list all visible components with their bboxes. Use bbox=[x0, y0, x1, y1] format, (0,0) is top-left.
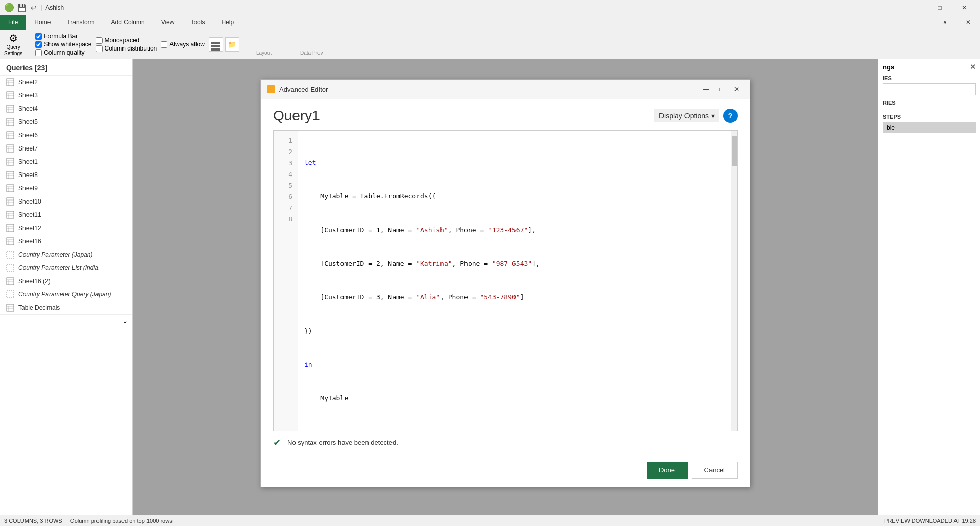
sidebar-header: Queries [23] bbox=[0, 59, 132, 76]
line-number: 4 bbox=[274, 168, 298, 180]
dialog-title-icon bbox=[267, 85, 275, 93]
applied-step-item[interactable]: ble bbox=[883, 122, 976, 133]
tab-file[interactable]: File bbox=[0, 15, 26, 30]
query-settings-group: ⚙ QuerySettings bbox=[4, 32, 27, 57]
applied-steps-section-label: STEPS bbox=[883, 114, 976, 120]
display-options-label: Display Options bbox=[659, 112, 709, 120]
syntax-status: ✔ No syntax errors have been detected. bbox=[273, 437, 738, 447]
monospaced-input[interactable] bbox=[96, 37, 103, 44]
string: "987-6543" bbox=[492, 258, 532, 269]
grid-view-button[interactable] bbox=[209, 37, 223, 52]
right-panel: ngs ✕ IES ries STEPS ble bbox=[878, 59, 980, 515]
code-content[interactable]: let MyTable = Table.FromRecords({ [Custo… bbox=[298, 131, 731, 431]
data-preview-label: Data Prev bbox=[300, 50, 323, 57]
list-item[interactable]: Sheet7 bbox=[0, 142, 132, 155]
list-item[interactable]: Sheet3 bbox=[0, 89, 132, 102]
dialog-minimize-button[interactable]: — bbox=[699, 84, 713, 95]
line-number: 6 bbox=[274, 191, 298, 202]
sheet-icon bbox=[6, 78, 14, 86]
list-item[interactable]: Country Parameter List (India bbox=[0, 261, 132, 274]
column-quality-input[interactable] bbox=[35, 49, 42, 56]
list-item[interactable]: Sheet6 bbox=[0, 129, 132, 142]
formula-bar-input[interactable] bbox=[35, 33, 42, 40]
svg-rect-36 bbox=[7, 198, 14, 205]
always-allow-checkbox[interactable]: Always allow bbox=[161, 41, 205, 48]
svg-rect-0 bbox=[7, 79, 14, 86]
list-item[interactable]: Table Decimals bbox=[0, 301, 132, 314]
display-options-button[interactable]: Display Options ▾ bbox=[654, 109, 719, 122]
column-quality-checkbox[interactable]: Column quality bbox=[35, 49, 91, 56]
list-item[interactable]: Country Parameter Query (Japan) bbox=[0, 288, 132, 301]
dialog-title-text: Advanced Editor bbox=[279, 86, 695, 93]
separator: | bbox=[41, 4, 42, 11]
sidebar: Queries [23] Sheet2 Sheet3 Sheet4 Sheet5… bbox=[0, 59, 133, 515]
formula-bar-checkbox[interactable]: Formula Bar bbox=[35, 33, 91, 40]
list-item[interactable]: Sheet1 bbox=[0, 155, 132, 168]
always-allow-input[interactable] bbox=[161, 41, 167, 48]
dialog-titlebar: Advanced Editor — □ ✕ bbox=[261, 80, 750, 99]
param-icon bbox=[6, 251, 14, 259]
title-bar-left: 🟢 💾 ↩ | Ashish bbox=[4, 3, 64, 13]
list-item[interactable]: Sheet16 (2) bbox=[0, 274, 132, 288]
right-panel-close-button[interactable]: ✕ bbox=[970, 63, 976, 71]
sheet-icon bbox=[6, 237, 14, 245]
undo-button[interactable]: ↩ bbox=[29, 3, 39, 13]
quick-access-toolbar: 🟢 💾 ↩ | bbox=[4, 3, 42, 13]
code-line: [CustomerID = 3, Name = "Alia", Phone = … bbox=[304, 292, 725, 303]
dialog-close-button[interactable]: ✕ bbox=[729, 84, 744, 95]
code-editor[interactable]: 1 2 3 4 5 6 7 8 let MyTable = Table.From… bbox=[273, 130, 738, 431]
done-button[interactable]: Done bbox=[647, 462, 688, 479]
list-item[interactable]: Country Parameter (Japan) bbox=[0, 248, 132, 261]
minimize-button[interactable]: — bbox=[903, 1, 927, 15]
list-item[interactable]: Sheet4 bbox=[0, 102, 132, 115]
sidebar-expand[interactable]: ⌄ bbox=[0, 314, 132, 327]
syntax-message: No syntax errors have been detected. bbox=[287, 439, 398, 446]
list-item[interactable]: Sheet10 bbox=[0, 195, 132, 208]
dialog-maximize-button[interactable]: □ bbox=[714, 84, 728, 95]
line-number: 5 bbox=[274, 180, 298, 191]
advanced-editor-dialog: Advanced Editor — □ ✕ Query1 Display bbox=[260, 79, 750, 487]
maximize-button[interactable]: □ bbox=[928, 1, 951, 15]
query-settings-button[interactable]: ⚙ QuerySettings bbox=[4, 32, 22, 57]
tab-help[interactable]: Help bbox=[213, 15, 242, 30]
dialog-footer: Done Cancel bbox=[261, 456, 750, 487]
code-line: in bbox=[304, 359, 725, 370]
monospaced-checkbox[interactable]: Monospaced bbox=[96, 37, 157, 44]
list-item[interactable]: Sheet11 bbox=[0, 208, 132, 221]
tab-view[interactable]: View bbox=[153, 15, 183, 30]
line-number: 7 bbox=[274, 202, 298, 213]
param-icon bbox=[6, 264, 14, 272]
list-item[interactable]: Sheet9 bbox=[0, 182, 132, 195]
editor-scrollbar[interactable] bbox=[731, 131, 737, 431]
show-whitespace-input[interactable] bbox=[35, 41, 42, 48]
tab-tools[interactable]: Tools bbox=[182, 15, 213, 30]
properties-search-input[interactable] bbox=[883, 83, 976, 95]
list-item[interactable]: Sheet12 bbox=[0, 221, 132, 235]
help-button[interactable]: ? bbox=[723, 109, 738, 123]
tab-transform[interactable]: Transform bbox=[59, 15, 103, 30]
columns-rows-info: 3 COLUMNS, 3 ROWS bbox=[4, 518, 62, 524]
sheet-icon bbox=[6, 144, 14, 153]
column-distribution-checkbox[interactable]: Column distribution bbox=[96, 45, 157, 52]
list-item[interactable]: Sheet8 bbox=[0, 168, 132, 182]
list-item[interactable]: Sheet5 bbox=[0, 115, 132, 129]
list-item[interactable]: Sheet16 bbox=[0, 235, 132, 248]
dialog-body: Query1 Display Options ▾ ? 1 bbox=[261, 99, 750, 456]
column-distribution-input[interactable] bbox=[96, 45, 103, 52]
ribbon-collapse-button[interactable]: ∧ bbox=[933, 15, 957, 30]
show-whitespace-checkbox[interactable]: Show whitespace bbox=[35, 41, 91, 48]
save-button[interactable]: 💾 bbox=[16, 3, 27, 13]
tab-add-column[interactable]: Add Column bbox=[103, 15, 153, 30]
sheet-icon bbox=[6, 224, 14, 232]
app-close-button[interactable]: ✕ bbox=[957, 15, 980, 30]
sheet-icon bbox=[6, 158, 14, 166]
tab-home[interactable]: Home bbox=[26, 15, 59, 30]
close-button[interactable]: ✕ bbox=[952, 1, 976, 15]
chevron-down-icon[interactable]: ⌄ bbox=[122, 317, 128, 325]
svg-rect-58 bbox=[7, 291, 14, 298]
app-icon: 🟢 bbox=[4, 3, 14, 12]
cancel-button[interactable]: Cancel bbox=[692, 462, 738, 479]
folder-button[interactable]: 📁 bbox=[225, 37, 239, 52]
svg-rect-20 bbox=[7, 145, 14, 152]
list-item[interactable]: Sheet2 bbox=[0, 76, 132, 89]
